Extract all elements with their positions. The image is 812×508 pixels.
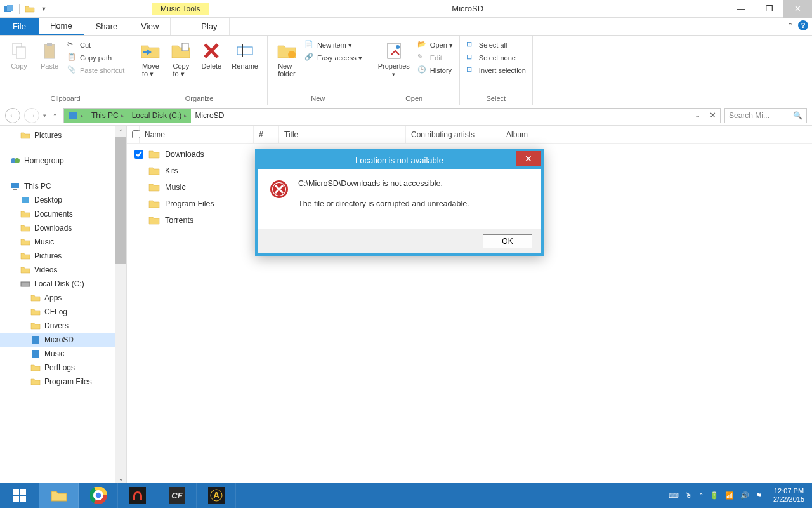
organize-group-label: Organize [136,93,262,105]
sidebar-item-pictures[interactable]: Pictures [0,128,126,142]
close-button[interactable]: ✕ [783,0,812,18]
error-dialog: Location is not available ✕ C:\MicroSD\D… [255,149,544,256]
up-button[interactable]: ↑ [50,110,60,121]
invert-selection-button[interactable]: ⊡Invert selection [465,65,527,76]
recent-dropdown-icon[interactable]: ▾ [43,112,46,119]
sidebar-item-perflogs[interactable]: PerfLogs [0,361,126,375]
delete-button[interactable]: Delete [197,39,225,71]
file-tab[interactable]: File [0,18,39,35]
error-icon [269,179,289,199]
column-headers: Name # Title Contributing artists Album [127,126,812,144]
sidebar-item-local-disk[interactable]: Local Disk (C:) [0,277,126,291]
sidebar-item-microsd[interactable]: MicroSD [0,333,126,347]
rename-button[interactable]: Rename [228,39,262,71]
sidebar-item-drivers[interactable]: Drivers [0,319,126,333]
breadcrumb-dropdown-icon[interactable]: ⌄ [690,111,705,119]
taskbar-app-cf[interactable]: CF [157,483,197,508]
refresh-button[interactable]: ✕ [705,110,720,120]
paste-shortcut-button[interactable]: 📎Paste shortcut [66,65,126,76]
play-tab[interactable]: Play [190,18,229,35]
titlebar: ▼ Music Tools MicroSD — ❐ ✕ [0,0,812,18]
sidebar-item-documents[interactable]: Documents [0,207,126,221]
dialog-ok-button[interactable]: OK [483,234,532,248]
nav-sidebar: Pictures Homegroup This PC Desktop Docum… [0,126,127,484]
back-button[interactable]: ← [5,108,20,123]
svg-rect-4 [44,44,55,58]
breadcrumb-local-disk[interactable]: Local Disk (C:)▸ [128,109,192,123]
svg-rect-16 [13,189,17,190]
column-artists[interactable]: Contributing artists [406,126,501,143]
easy-access-button[interactable]: 🔗Easy access ▾ [303,52,363,64]
sidebar-item-desktop[interactable]: Desktop [0,193,126,207]
breadcrumb-this-pc[interactable]: This PC▸ [88,109,128,123]
cut-button[interactable]: ✂Cut [66,39,126,51]
column-title[interactable]: Title [279,126,406,143]
minimize-button[interactable]: — [726,0,755,18]
app-icon[interactable] [3,3,15,15]
search-input[interactable]: Search Mi...🔍 [724,108,807,123]
properties-button[interactable]: Properties▾ [374,39,414,79]
sidebar-item-downloads[interactable]: Downloads [0,221,126,235]
breadcrumb[interactable]: ▸ This PC▸ Local Disk (C:)▸ MicroSD ⌄ ✕ [63,108,721,123]
collapse-ribbon-icon[interactable]: ⌃ [787,22,793,30]
svg-rect-3 [16,47,25,58]
svg-text:CF: CF [171,491,183,500]
tray-network-icon[interactable]: 📶 [725,491,734,500]
copy-path-button[interactable]: 📋Copy path [66,52,126,64]
breadcrumb-microsd[interactable]: MicroSD [191,109,228,123]
sidebar-item-cflog[interactable]: CFLog [0,305,126,319]
history-button[interactable]: 🕒History [416,65,454,76]
taskbar-app-headphones[interactable] [118,483,157,508]
tray-flag-icon[interactable]: ⚑ [756,491,762,500]
scroll-up-icon[interactable]: ⌃ [115,126,126,137]
qat-dropdown-icon[interactable]: ▼ [37,3,50,15]
help-icon[interactable]: ? [798,20,808,30]
sidebar-item-homegroup[interactable]: Homegroup [0,154,126,168]
view-tab[interactable]: View [129,18,171,35]
select-none-button[interactable]: ⊟Select none [465,52,527,64]
tray-chevron-icon[interactable]: ⌃ [698,492,704,499]
edit-button[interactable]: ✎Edit [416,52,454,64]
column-album[interactable]: Album [501,126,596,143]
dialog-line2: The file or directory is corrupted and u… [298,199,469,208]
tray-clock[interactable]: 12:07 PM2/22/2015 [768,487,809,504]
new-item-button[interactable]: 📄New item ▾ [303,39,363,51]
paste-button[interactable]: Paste [36,39,63,71]
tray-volume-icon[interactable]: 🔊 [740,491,749,500]
sidebar-item-videos[interactable]: Videos [0,263,126,277]
qat-new-folder-icon[interactable] [23,3,36,15]
select-all-button[interactable]: ⊞Select all [465,39,527,51]
move-to-button[interactable]: Move to ▾ [136,39,164,79]
breadcrumb-root[interactable]: ▸ [64,109,88,123]
column-num[interactable]: # [254,126,279,143]
taskbar-chrome[interactable] [79,483,118,508]
home-tab[interactable]: Home [39,18,84,35]
sidebar-scroll-thumb[interactable] [115,137,126,264]
sidebar-item-music2[interactable]: Music [0,347,126,361]
sidebar-item-apps[interactable]: Apps [0,291,126,305]
music-tools-tab[interactable]: Music Tools [152,3,209,15]
sidebar-item-program-files[interactable]: Program Files [0,375,126,389]
tray-battery-icon[interactable]: 🔋 [710,491,719,500]
copy-to-button[interactable]: Copy to ▾ [167,39,195,79]
share-tab[interactable]: Share [84,18,130,35]
copy-button[interactable]: Copy [5,39,33,71]
svg-rect-24 [13,489,19,495]
maximize-button[interactable]: ❐ [755,0,783,18]
svg-rect-27 [20,496,26,502]
forward-button[interactable]: → [24,108,39,123]
tray-keyboard-icon[interactable]: ⌨ [669,491,679,500]
taskbar-app-a[interactable]: A [197,483,236,508]
start-button[interactable] [0,483,39,508]
new-folder-button[interactable]: New folder [273,39,301,79]
dialog-close-button[interactable]: ✕ [516,151,541,166]
taskbar-explorer[interactable] [39,483,79,508]
sidebar-item-music[interactable]: Music [0,235,126,249]
row-checkbox[interactable] [134,150,143,159]
sidebar-item-this-pc[interactable]: This PC [0,179,126,193]
taskbar: CF A ⌨ 🖱 ⌃ 🔋 📶 🔊 ⚑ 12:07 PM2/22/2015 [0,483,812,508]
open-button[interactable]: 📂Open ▾ [416,39,454,51]
column-name[interactable]: Name [140,126,254,143]
tray-mouse-icon[interactable]: 🖱 [685,491,692,499]
sidebar-item-pictures2[interactable]: Pictures [0,249,126,263]
